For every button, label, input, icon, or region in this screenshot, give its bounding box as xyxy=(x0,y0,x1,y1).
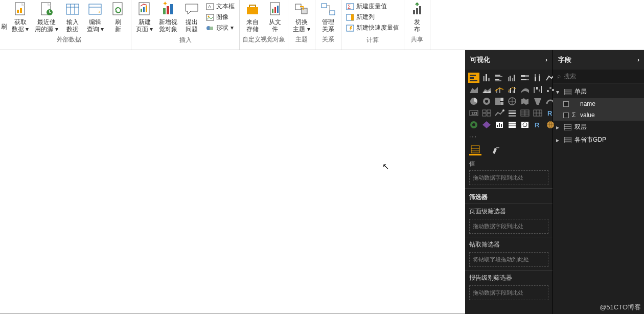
page-filter-drop[interactable]: 拖动数据字段到此处 xyxy=(469,219,548,234)
get-data-button[interactable]: 获取 数据 ▾ xyxy=(9,0,32,34)
textbox-button[interactable]: A文本框 xyxy=(206,1,235,12)
viz-custom2[interactable] xyxy=(507,120,518,130)
viz-ribbon[interactable] xyxy=(519,84,531,95)
svg-text:A: A xyxy=(208,4,211,9)
side-panels: 可视化› 123 xyxy=(465,50,644,314)
search-icon: ⌕ xyxy=(557,73,561,80)
from-store-button[interactable]: 来自 存储 xyxy=(241,0,264,34)
table-icon xyxy=(564,124,571,130)
drill-filter-drop[interactable]: 将钻取字段拖动到此处 xyxy=(469,252,548,267)
svg-rect-51 xyxy=(486,74,487,81)
fields-search[interactable]: ⌕ xyxy=(553,70,644,83)
viz-line-stacked-column[interactable] xyxy=(494,84,505,95)
svg-text:R: R xyxy=(547,109,553,117)
viz-custom1[interactable] xyxy=(494,120,505,130)
report-canvas[interactable]: ↖ xyxy=(0,50,465,314)
svg-marker-92 xyxy=(534,98,541,105)
checkbox[interactable] xyxy=(563,113,569,118)
fields-pane: 字段› ⌕ ▾ 单层 name Σ value ▸ xyxy=(553,50,644,314)
svg-rect-97 xyxy=(482,114,486,116)
visualizations-header[interactable]: 可视化› xyxy=(465,50,553,70)
new-column-button[interactable]: 新建列 xyxy=(346,12,399,23)
svg-rect-129 xyxy=(496,147,499,148)
recent-sources-button[interactable]: 最近使 用的源 ▾ xyxy=(32,0,61,34)
edit-queries-button[interactable]: 编辑 查询 ▾ xyxy=(84,0,107,34)
svg-rect-77 xyxy=(514,87,515,93)
svg-rect-98 xyxy=(487,114,491,116)
report-filter-drop[interactable]: 拖动数据字段到此处 xyxy=(469,285,548,300)
format-tab[interactable] xyxy=(490,144,502,155)
well-tabs xyxy=(465,142,553,155)
viz-card[interactable]: 123 xyxy=(468,108,479,118)
viz-stacked-area[interactable] xyxy=(481,84,492,95)
enter-data-button[interactable]: 输入 数据 xyxy=(61,0,84,34)
viz-r2[interactable]: R xyxy=(532,120,543,130)
viz-kpi[interactable] xyxy=(494,108,505,118)
table-row[interactable]: ▾ 单层 xyxy=(553,85,644,98)
viz-treemap[interactable] xyxy=(494,96,505,106)
field-row[interactable]: name xyxy=(553,98,644,109)
viz-100-column[interactable] xyxy=(532,73,543,83)
viz-matrix[interactable] xyxy=(532,108,543,118)
new-measure-button[interactable]: Σ新建度量值 xyxy=(346,1,399,12)
quick-measure-button[interactable]: 新建快速度量值 xyxy=(346,23,399,33)
value-drop-zone[interactable]: 拖动数据字段到此处 xyxy=(469,170,548,185)
table-row[interactable]: ▸ 双层 xyxy=(553,121,644,133)
svg-rect-95 xyxy=(482,110,486,113)
new-page-button[interactable]: 新建 页面 ▾ xyxy=(133,0,156,34)
svg-rect-37 xyxy=(330,11,335,15)
svg-rect-7 xyxy=(66,4,79,14)
svg-point-99 xyxy=(502,109,504,111)
viz-multi-card[interactable] xyxy=(481,108,492,118)
manage-relations-button[interactable]: 管理 关系 xyxy=(317,0,339,34)
svg-point-26 xyxy=(208,15,210,17)
new-visual-button[interactable]: ✦ 新增视 觉对象 xyxy=(156,0,180,34)
svg-rect-101 xyxy=(509,113,516,114)
viz-funnel[interactable] xyxy=(532,96,543,106)
svg-text:123: 123 xyxy=(471,111,477,115)
viz-slicer[interactable] xyxy=(507,108,518,118)
viz-pie[interactable] xyxy=(468,96,479,106)
viz-clustered-bar[interactable] xyxy=(494,73,505,83)
viz-area[interactable] xyxy=(468,84,479,95)
search-input[interactable] xyxy=(564,73,640,80)
visualizations-pane: 可视化› 123 xyxy=(465,50,553,314)
fields-header[interactable]: 字段› xyxy=(553,50,644,70)
svg-rect-133 xyxy=(564,124,571,130)
viz-100-bar[interactable] xyxy=(519,73,531,83)
svg-rect-76 xyxy=(513,91,514,93)
viz-clustered-column[interactable] xyxy=(507,73,518,83)
viz-line-clustered-column[interactable] xyxy=(507,84,518,95)
viz-more-icon[interactable]: ··· xyxy=(465,133,553,142)
watermark: @51CTO博客 xyxy=(600,303,641,312)
viz-map[interactable] xyxy=(507,96,518,106)
svg-rect-21 xyxy=(170,4,173,14)
fields-well-tab[interactable] xyxy=(469,144,481,155)
field-row[interactable]: Σ value xyxy=(553,109,644,121)
refresh-button[interactable]: 刷 新 xyxy=(107,0,129,34)
viz-table[interactable] xyxy=(519,108,531,118)
viz-donut[interactable] xyxy=(481,96,492,106)
viz-arcgis[interactable] xyxy=(468,120,479,130)
viz-stacked-column[interactable] xyxy=(481,73,492,83)
shapes-button[interactable]: 形状 ▾ xyxy=(206,23,235,33)
viz-waterfall[interactable] xyxy=(532,84,543,95)
svg-rect-33 xyxy=(277,6,279,13)
publish-button[interactable]: 发 布 xyxy=(406,0,428,34)
viz-powerapps[interactable] xyxy=(481,120,492,130)
from-file-button[interactable]: 从文 件 xyxy=(264,0,286,34)
viz-filled-map[interactable] xyxy=(519,96,531,106)
switch-theme-button[interactable]: 切换 主题 ▾ xyxy=(290,0,313,34)
svg-rect-60 xyxy=(514,75,515,81)
group-external-data-label: 外部数据 xyxy=(57,34,81,46)
checkbox[interactable] xyxy=(563,101,569,107)
group-share: 发 布 共享 xyxy=(404,0,430,50)
viz-custom3[interactable] xyxy=(519,120,531,130)
svg-rect-88 xyxy=(495,98,500,105)
svg-rect-31 xyxy=(272,9,273,13)
image-button[interactable]: 图像 xyxy=(206,12,235,23)
ask-question-button[interactable]: 提出 问题 xyxy=(180,0,203,34)
viz-stacked-bar[interactable] xyxy=(468,73,479,83)
table-row[interactable]: ▸ 各省市GDP xyxy=(553,133,644,146)
svg-rect-32 xyxy=(274,7,276,13)
